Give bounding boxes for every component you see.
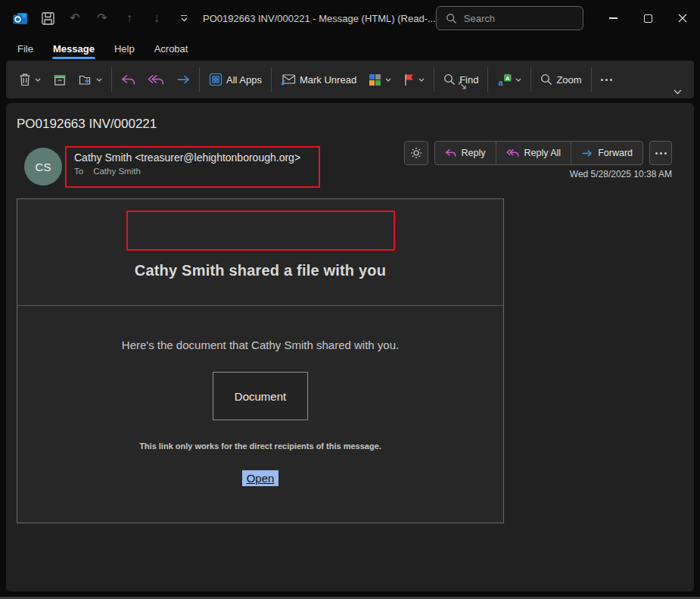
message-subject: PO0192663 INV/000221 (17, 117, 157, 132)
search-icon (446, 13, 457, 24)
ribbon-divider (530, 67, 531, 92)
to-label: To (74, 167, 83, 176)
forward-icon (581, 149, 593, 158)
reply-icon-button[interactable] (117, 70, 139, 89)
reply-label: Reply (462, 148, 486, 158)
archive-button[interactable] (49, 70, 70, 90)
reply-all-label: Reply All (524, 148, 562, 158)
ribbon-divider (199, 67, 200, 92)
follow-up-flag-button[interactable] (400, 70, 428, 90)
customize-quick-access-toolbar-icon[interactable] (174, 8, 194, 28)
forward-icon-button[interactable] (173, 70, 194, 89)
intro-text: Here's the document that Cathy Smith sha… (17, 306, 503, 351)
save-icon[interactable] (38, 8, 58, 28)
translate-button[interactable]: A a (493, 70, 525, 90)
sender-annotation-box: Cathy Smith <treasurer@lehightonborough.… (65, 146, 320, 188)
all-apps-label: All Apps (226, 74, 262, 86)
move-to-dropdown-icon (96, 78, 102, 82)
document-tile[interactable]: Document (213, 372, 308, 420)
close-button[interactable] (665, 0, 700, 36)
sender-name-email[interactable]: Cathy Smith <treasurer@lehightonborough.… (74, 151, 311, 164)
minimize-button[interactable] (596, 0, 630, 36)
outlook-logo-icon (11, 8, 30, 28)
ribbon: All Apps Mark Unread (6, 61, 694, 98)
translate-dropdown-icon (515, 78, 521, 82)
undo-icon: ↶ (65, 8, 85, 28)
quick-access-toolbar: ↶ ↷ ↑ ↓ (0, 8, 194, 28)
menu-message[interactable]: Message (52, 40, 95, 58)
forward-label: Forward (598, 148, 633, 158)
forward-button[interactable]: Forward (571, 142, 642, 164)
email-banner-section: Cathy Smith shared a file with you (17, 199, 503, 306)
reply-all-icon (506, 148, 519, 158)
outlook-message-window: ↶ ↷ ↑ ↓ PO0192663 INV/000221 - Message (… (0, 0, 700, 599)
more-commands-button[interactable] (597, 75, 616, 85)
all-apps-button[interactable]: All Apps (205, 69, 266, 90)
reply-all-button[interactable]: Reply All (496, 142, 572, 164)
zoom-label: Zoom (556, 74, 581, 86)
recipients-note: This link only works for the direct reci… (17, 441, 503, 451)
message-actions: Reply Reply All Forward (404, 141, 672, 165)
window-title: PO0192663 INV/000221 - Message (HTML) (R… (203, 13, 436, 24)
email-content-section: Here's the document that Cathy Smith sha… (17, 306, 503, 486)
ellipsis-icon (601, 79, 612, 81)
ribbon-divider (434, 67, 434, 92)
collapse-ribbon-icon[interactable] (674, 89, 682, 95)
mark-unread-button[interactable]: Mark Unread (277, 70, 360, 90)
open-link[interactable]: Open (242, 470, 279, 486)
reply-icon (445, 148, 456, 158)
mark-unread-label: Mark Unread (300, 74, 356, 86)
message-pane: PO0192663 INV/000221 CS Cathy Smith <tre… (6, 103, 694, 591)
reply-button-group: Reply Reply All Forward (434, 141, 643, 165)
ellipsis-icon (655, 152, 667, 154)
reply-button[interactable]: Reply (435, 142, 496, 164)
tags-dialog-launcher-icon[interactable] (459, 82, 467, 90)
move-to-button[interactable] (75, 70, 106, 89)
blocked-image-annotation-box (126, 211, 395, 251)
recipient-line: To Cathy Smith (74, 167, 311, 176)
sender-avatar[interactable]: CS (24, 148, 62, 186)
ribbon-divider (591, 67, 592, 92)
avatar-initials: CS (36, 161, 51, 173)
menu-file[interactable]: File (17, 40, 34, 58)
window-controls (596, 0, 700, 36)
delete-button[interactable] (15, 69, 45, 90)
ribbon-divider (271, 67, 272, 92)
more-actions-button[interactable] (649, 141, 672, 165)
message-date: Wed 5/28/2025 10:38 AM (570, 169, 672, 179)
redo-icon: ↷ (92, 8, 112, 28)
categorize-dropdown-icon (385, 78, 391, 82)
flag-dropdown-icon (418, 78, 425, 82)
switch-background-button[interactable] (404, 141, 428, 165)
ribbon-divider (111, 67, 112, 92)
to-recipient[interactable]: Cathy Smith (93, 167, 141, 176)
previous-item-icon: ↑ (120, 8, 139, 28)
maximize-button[interactable] (630, 0, 665, 36)
ribbon-divider (487, 67, 488, 92)
title-bar: ↶ ↷ ↑ ↓ PO0192663 INV/000221 - Message (… (0, 0, 700, 36)
menu-help[interactable]: Help (114, 40, 135, 58)
document-label: Document (235, 390, 286, 403)
zoom-button[interactable]: Zoom (537, 70, 585, 89)
next-item-icon: ↓ (147, 8, 166, 28)
menu-bar: File Message Help Acrobat (0, 36, 700, 61)
svg-text:a: a (499, 77, 504, 86)
menu-acrobat[interactable]: Acrobat (154, 40, 189, 58)
shared-file-heading: Cathy Smith shared a file with you (17, 262, 503, 279)
delete-dropdown-icon (35, 78, 41, 82)
categorize-button[interactable] (365, 70, 395, 90)
search-input[interactable] (464, 7, 577, 30)
reply-all-icon-button[interactable] (144, 70, 168, 89)
search-box[interactable] (436, 6, 583, 30)
sun-icon (410, 147, 422, 159)
svg-text:A: A (506, 74, 510, 81)
email-body: Cathy Smith shared a file with you Here'… (17, 198, 504, 523)
